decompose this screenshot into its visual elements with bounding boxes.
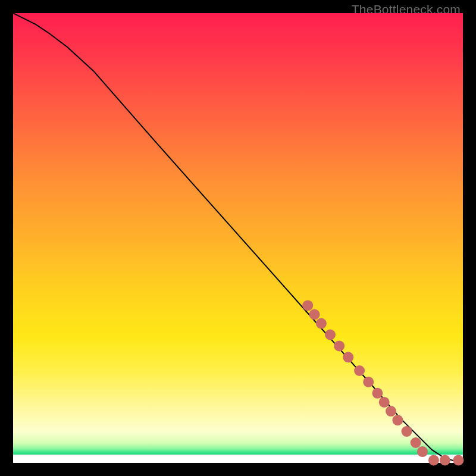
data-point [363, 377, 374, 387]
data-point [417, 446, 428, 457]
data-point [402, 426, 412, 437]
data-point [372, 388, 383, 399]
data-point [334, 340, 345, 351]
data-point [428, 455, 439, 466]
data-point [411, 437, 421, 448]
data-point [440, 455, 450, 466]
bottleneck-curve [13, 13, 463, 461]
data-point [379, 397, 390, 408]
data-point [302, 300, 313, 311]
chart-stage: TheBottleneck.com [0, 0, 476, 476]
data-point [309, 309, 320, 320]
plot-area [13, 13, 463, 463]
data-point [392, 415, 403, 425]
data-point [325, 330, 336, 340]
data-point [343, 352, 353, 362]
data-point [453, 455, 464, 466]
data-point [354, 365, 365, 376]
data-point [386, 406, 396, 416]
data-point [316, 318, 327, 329]
chart-svg [13, 13, 463, 463]
data-points-group [302, 300, 464, 465]
